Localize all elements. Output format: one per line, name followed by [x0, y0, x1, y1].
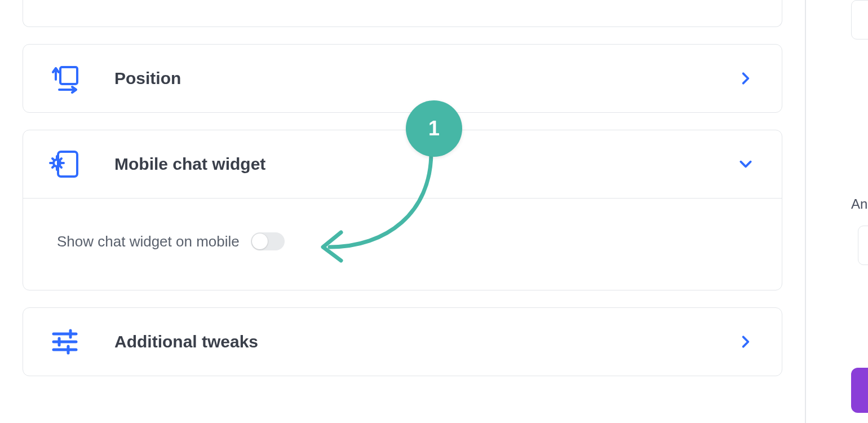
sliders-icon: [48, 325, 82, 359]
chevron-down-icon: [734, 157, 757, 171]
previous-card-icon: [48, 0, 79, 7]
mobile-gear-icon: [48, 147, 82, 181]
position-icon: [48, 61, 82, 95]
side-panel-card-top[interactable]: [851, 0, 868, 39]
card-body-mobile-widget: Show chat widget on mobile: [23, 198, 782, 290]
card-header-position[interactable]: Position: [23, 45, 782, 112]
card-header-additional-tweaks[interactable]: Additional tweaks: [23, 308, 782, 376]
toggle-knob: [252, 233, 268, 249]
annotation-step-number: 1: [428, 117, 440, 140]
annotation-step-badge: 1: [406, 100, 462, 157]
chevron-right-icon: [734, 71, 757, 86]
settings-card-position[interactable]: Position: [23, 44, 782, 113]
chevron-right-icon: [734, 334, 757, 349]
side-panel-card-mid[interactable]: [858, 226, 868, 265]
card-title-position: Position: [114, 69, 734, 88]
card-title-mobile-widget: Mobile chat widget: [114, 155, 734, 174]
settings-card-additional-tweaks[interactable]: Additional tweaks: [23, 307, 782, 376]
toggle-show-on-mobile[interactable]: [251, 232, 285, 250]
card-header-mobile-widget[interactable]: Mobile chat widget: [23, 130, 782, 198]
side-panel-label: An: [851, 196, 867, 212]
side-panel-purple-button[interactable]: [851, 368, 868, 413]
right-side-panel: An: [845, 0, 868, 423]
svg-line-10: [52, 166, 54, 168]
card-title-additional-tweaks: Additional tweaks: [114, 332, 734, 351]
toggle-label-show-on-mobile: Show chat widget on mobile: [57, 233, 240, 250]
svg-rect-0: [60, 67, 77, 84]
settings-main-area: Position: [0, 0, 806, 423]
svg-line-9: [60, 158, 61, 160]
settings-card-above-partial[interactable]: [23, 0, 782, 27]
svg-line-7: [52, 158, 54, 160]
settings-card-mobile-widget: Mobile chat widget Show chat widget on m…: [23, 130, 782, 290]
svg-line-8: [60, 166, 61, 168]
toggle-row-show-on-mobile: Show chat widget on mobile: [57, 232, 748, 250]
